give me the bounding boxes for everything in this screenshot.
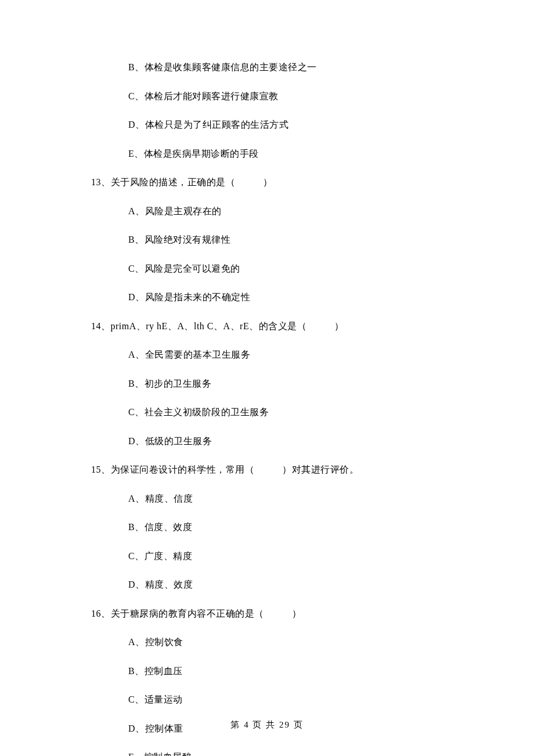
q12-option-d: D、体检只是为了纠正顾客的生活方式 [0,120,534,129]
q14-stem: 14、primA、ry hE、A、lth C、A、rE、的含义是（） [0,322,534,331]
q15-stem-pre: 15、为保证问卷设计的科学性，常用（ [91,465,254,474]
q14-option-c: C、社会主义初级阶段的卫生服务 [0,408,534,417]
q16-option-e: E、控制血尿酸 [0,753,534,756]
q14-stem-pre: 14、primA、ry hE、A、lth C、A、rE、的含义是（ [91,321,306,331]
q15-option-b: B、信度、效度 [0,523,534,532]
page: B、体检是收集顾客健康信息的主要途径之一 C、体检后才能对顾客进行健康宣教 D、… [0,0,534,756]
q14-option-d: D、低级的卫生服务 [0,437,534,446]
q15-stem: 15、为保证问卷设计的科学性，常用（）对其进行评价。 [0,465,534,474]
q13-stem-pre: 13、关于风险的描述，正确的是（ [91,177,235,187]
q13-stem: 13、关于风险的描述，正确的是（） [0,178,534,187]
q15-option-a: A、精度、信度 [0,494,534,503]
q16-stem: 16、关于糖尿病的教育内容不正确的是（） [0,609,534,618]
q13-option-c: C、风险是完全可以避免的 [0,264,534,273]
q12-option-b: B、体检是收集顾客健康信息的主要途径之一 [0,63,534,72]
q14-option-a: A、全民需要的基本卫生服务 [0,350,534,359]
q16-stem-post: ） [292,609,302,618]
q14-stem-post: ） [334,321,344,331]
q13-stem-post: ） [263,177,273,187]
q16-option-c: C、适量运动 [0,695,534,704]
q15-option-c: C、广度、精度 [0,552,534,561]
q12-option-c: C、体检后才能对顾客进行健康宣教 [0,92,534,101]
q12-option-e: E、体检是疾病早期诊断的手段 [0,149,534,159]
q16-option-b: B、控制血压 [0,667,534,676]
q13-option-d: D、风险是指未来的不确定性 [0,293,534,302]
q13-option-b: B、风险绝对没有规律性 [0,235,534,244]
q16-option-a: A、控制饮食 [0,638,534,647]
q13-option-a: A、风险是主观存在的 [0,207,534,216]
q15-stem-post: ）对其进行评价。 [282,465,359,474]
q15-option-d: D、精度、效度 [0,580,534,589]
q14-option-b: B、初步的卫生服务 [0,379,534,388]
q16-stem-pre: 16、关于糖尿病的教育内容不正确的是（ [91,609,264,618]
page-footer: 第 4 页 共 29 页 [0,719,534,730]
